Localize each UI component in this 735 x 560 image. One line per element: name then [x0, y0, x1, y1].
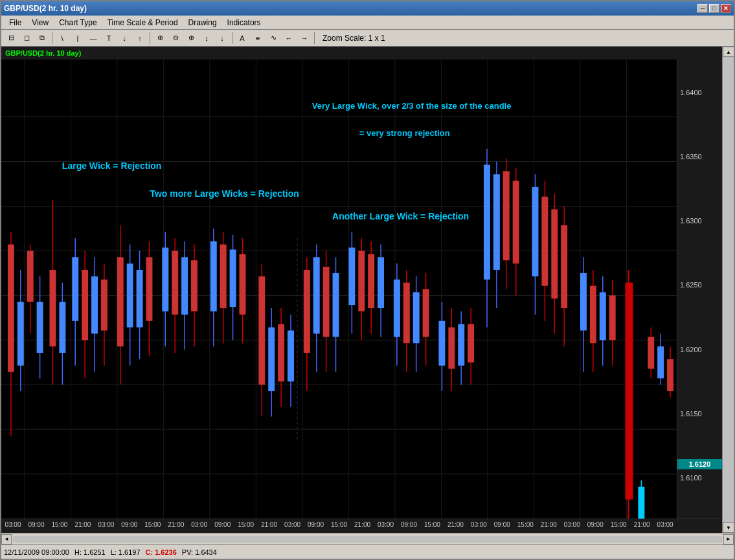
toolbar-btn-line[interactable]: \ [55, 32, 69, 45]
toolbar-btn-vline[interactable]: | [71, 32, 85, 45]
toolbar-btn-zoom-out[interactable]: ⊖ [168, 32, 183, 45]
time-0300-2: 03:00 [95, 519, 118, 533]
toolbar-btn-crosshair[interactable]: ⊕ [184, 32, 198, 45]
time-0300-3: 03:00 [188, 519, 211, 533]
toolbar-btn-wave[interactable]: ∿ [266, 32, 280, 45]
toolbar-btn-text[interactable]: T [102, 32, 116, 45]
svg-rect-68 [258, 276, 265, 385]
svg-rect-119 [541, 197, 548, 286]
chart-header: GBP/USD(2 hr. 10 day) [1, 47, 722, 60]
candles-svg [1, 60, 677, 519]
svg-rect-123 [561, 225, 567, 308]
svg-rect-105 [458, 324, 464, 366]
svg-rect-60 [210, 241, 217, 311]
svg-rect-137 [648, 337, 654, 368]
scrollbar-track[interactable] [723, 57, 734, 522]
svg-rect-111 [493, 174, 500, 270]
svg-rect-36 [72, 257, 78, 320]
toolbar-btn-lines[interactable]: ≡ [251, 32, 265, 45]
svg-rect-97 [413, 292, 420, 343]
menu-chart-type[interactable]: Chart Type [54, 17, 102, 28]
main-area: GBP/USD(2 hr. 10 day) [1, 47, 734, 533]
time-0900-5: 09:00 [397, 519, 420, 533]
svg-rect-99 [423, 289, 429, 337]
minimize-button[interactable]: ─ [697, 4, 708, 13]
time-0900-2: 09:00 [118, 519, 141, 533]
svg-rect-54 [172, 251, 178, 314]
svg-rect-107 [468, 324, 474, 363]
time-1500-1: 15:00 [48, 519, 71, 533]
svg-rect-81 [323, 267, 330, 337]
svg-rect-42 [101, 280, 107, 331]
scrollbar-down-btn[interactable]: ▼ [723, 522, 734, 533]
toolbar-separator-1 [52, 32, 52, 44]
svg-rect-62 [220, 245, 227, 308]
chart-header-label: GBP/USD(2 hr. 10 day) [5, 49, 81, 57]
time-0900-1: 09:00 [25, 519, 48, 533]
time-1500-7: 15:00 [607, 519, 630, 533]
svg-rect-131 [609, 295, 616, 340]
svg-rect-44 [117, 257, 124, 346]
status-close: C: 1.6236 [146, 548, 177, 556]
time-0300-8: 03:00 [653, 519, 677, 533]
svg-rect-74 [288, 331, 294, 382]
time-1500-5: 15:00 [420, 519, 444, 533]
current-price-badge: 1.6120 [677, 459, 722, 469]
time-2100-3: 21:00 [258, 519, 281, 533]
toolbar-btn-down[interactable]: ↓ [117, 32, 131, 45]
time-0900-3: 09:00 [211, 519, 234, 533]
maximize-button[interactable]: □ [709, 4, 719, 13]
toolbar-btn-auto[interactable]: ↓ [215, 32, 229, 45]
svg-rect-38 [82, 270, 88, 340]
menu-time-scale[interactable]: Time Scale & Period [102, 17, 183, 28]
scroll-right-btn[interactable]: ► [723, 534, 734, 544]
chart-canvas[interactable]: Large Wick = Rejection Two more Large Wi… [1, 60, 677, 519]
close-button[interactable]: ✕ [721, 4, 731, 13]
price-6300: 1.6300 [677, 216, 705, 226]
toolbar-btn-up[interactable]: ↑ [133, 32, 147, 45]
status-pv: PV: 1.6434 [182, 548, 217, 556]
svg-rect-139 [657, 346, 664, 378]
toolbar-btn-zoom-in[interactable]: ⊕ [153, 32, 167, 45]
svg-rect-95 [403, 283, 410, 344]
svg-rect-77 [304, 270, 310, 353]
status-low: L: 1.6197 [111, 548, 141, 556]
svg-rect-64 [230, 249, 236, 307]
toolbar-btn-resize[interactable]: ↕ [199, 32, 214, 45]
svg-rect-141 [667, 359, 673, 391]
time-0300-5: 03:00 [374, 519, 398, 533]
price-6250: 1.6250 [677, 280, 705, 290]
menu-indicators[interactable]: Indicators [222, 17, 266, 28]
time-0300-4: 03:00 [281, 519, 304, 533]
time-0300-1: 03:00 [1, 519, 25, 533]
svg-rect-133 [626, 283, 633, 500]
toolbar-btn-A[interactable]: A [235, 32, 249, 45]
toolbar-btn-hline[interactable]: — [86, 32, 100, 45]
toolbar-btn-arrow-left[interactable]: ← [282, 32, 296, 45]
scroll-left-btn[interactable]: ◄ [1, 534, 12, 544]
price-6100: 1.6100 [677, 473, 705, 483]
h-scrollbar-track[interactable] [13, 536, 722, 543]
svg-rect-52 [162, 247, 168, 311]
toolbar-btn-2[interactable]: ◻ [19, 32, 34, 45]
scrollbar-up-btn[interactable]: ▲ [723, 47, 734, 57]
price-scale: 1.6400 1.6350 1.6300 1.6250 1.6200 1.615… [677, 60, 722, 519]
menu-drawing[interactable]: Drawing [183, 17, 222, 28]
window-title: GBP/USD(2 hr. 10 day) [4, 4, 87, 13]
toolbar-btn-1[interactable]: ⊟ [4, 32, 18, 45]
time-2100-7: 21:00 [630, 519, 653, 533]
menu-file[interactable]: File [4, 17, 27, 28]
horizontal-scrollbar: ◄ ► [1, 533, 734, 544]
toolbar-btn-arrow-right[interactable]: → [297, 32, 311, 45]
toolbar-btn-3[interactable]: ⧉ [35, 32, 49, 45]
menu-view[interactable]: View [27, 17, 54, 28]
time-0300-7: 03:00 [560, 519, 583, 533]
price-6400: 1.6400 [677, 87, 705, 98]
status-bar: 12/11/2009 09:00:00 H: 1.6251 L: 1.6197 … [1, 544, 734, 559]
svg-rect-109 [484, 164, 490, 279]
svg-rect-115 [513, 181, 519, 263]
svg-rect-26 [17, 302, 24, 365]
svg-rect-93 [394, 280, 400, 337]
svg-rect-28 [27, 251, 34, 302]
svg-rect-56 [181, 257, 188, 315]
